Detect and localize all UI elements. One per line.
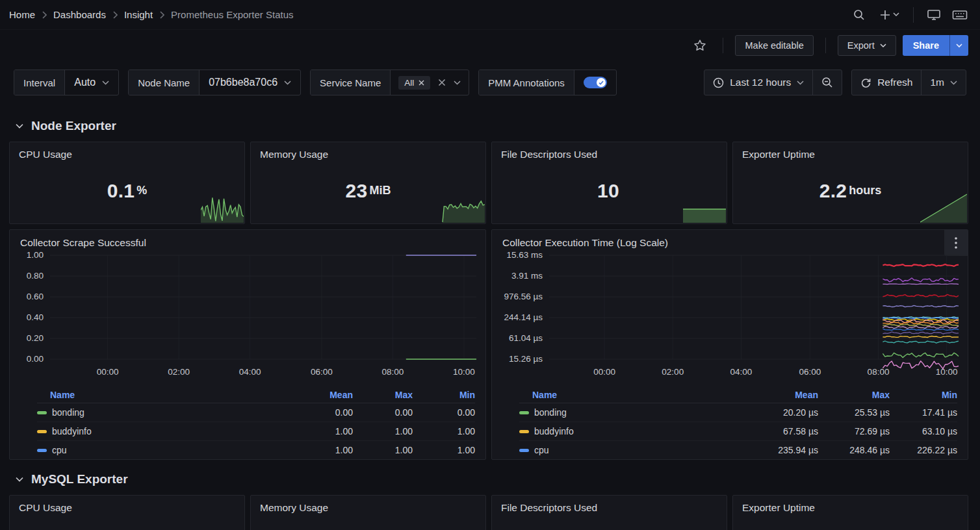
mysql-panel-file-descriptors-used[interactable]: File Descriptors Used	[491, 495, 727, 530]
node-name-select[interactable]: 07b6be8a70c6	[200, 70, 300, 95]
top-nav-actions	[848, 5, 971, 25]
chevron-down-icon	[880, 44, 886, 48]
breadcrumb-insight[interactable]: Insight	[124, 9, 153, 20]
panel-cpu-usage[interactable]: CPU Usage 0.1%	[9, 142, 245, 224]
legend-column-max[interactable]: Max	[353, 390, 413, 400]
close-icon[interactable]	[419, 80, 424, 86]
legend-column-name[interactable]: Name	[37, 390, 290, 400]
sparkline	[920, 193, 967, 223]
y-axis: 15.63 ms3.91 ms976.56 µs244.14 µs61.04 µ…	[492, 254, 549, 366]
chevron-down-icon	[102, 81, 109, 85]
breadcrumb: Home Dashboards Insight Prometheus Expor…	[9, 9, 294, 20]
mysql-panel-exporter-uptime[interactable]: Exporter Uptime	[732, 495, 968, 530]
legend-column-min[interactable]: Min	[413, 390, 475, 400]
legend-series-cpu[interactable]: cpu	[519, 445, 741, 455]
time-range-button[interactable]: Last 12 hours	[704, 70, 812, 95]
y-axis-tick-label: 976.56 µs	[504, 292, 543, 301]
legend-column-min[interactable]: Min	[890, 390, 957, 400]
refresh-button[interactable]: Refresh	[852, 70, 921, 95]
legend-series-cpu[interactable]: cpu	[37, 445, 290, 455]
panel-exporter-uptime[interactable]: Exporter Uptime 2.2hours	[732, 142, 968, 224]
legend-series-bonding[interactable]: bonding	[519, 407, 741, 418]
stat-number: 0.1	[107, 180, 135, 202]
panel-collector-scrape-successful: Collector Scrape Successful 1.000.800.60…	[9, 229, 486, 460]
legend-value: 25.53 µs	[818, 407, 890, 418]
y-axis-tick-label: 15.26 µs	[509, 354, 543, 364]
share-dropdown-button[interactable]	[949, 35, 968, 56]
series-color-swatch	[37, 430, 47, 433]
legend-series-buddyinfo[interactable]: buddyinfo	[37, 426, 290, 436]
breadcrumb-dashboards[interactable]: Dashboards	[53, 9, 106, 20]
pmm-annotations-toggle[interactable]	[584, 77, 607, 88]
clock-icon	[713, 77, 724, 88]
legend-column-mean[interactable]: Mean	[290, 390, 353, 400]
y-axis-tick-label: 0.60	[27, 292, 44, 301]
refresh-picker: Refresh 1m	[851, 69, 966, 95]
service-name-label: Service Name	[311, 70, 391, 95]
legend-value: 63.10 µs	[890, 426, 957, 436]
service-name-filter: Service Name All	[310, 69, 469, 95]
mysql-exporter-stat-row: CPU Usage Memory Usage File Descriptors …	[9, 495, 968, 530]
service-name-dropdown-button[interactable]	[454, 81, 461, 85]
legend-column-name[interactable]: Name	[519, 390, 741, 400]
legend-series-bonding[interactable]: bonding	[37, 407, 290, 418]
add-dropdown-button[interactable]	[874, 5, 904, 25]
chart-plot[interactable]	[549, 254, 959, 366]
legend-series-buddyinfo[interactable]: buddyinfo	[519, 426, 741, 436]
mysql-panel-memory-usage[interactable]: Memory Usage	[250, 495, 486, 530]
breadcrumb-home[interactable]: Home	[9, 9, 35, 20]
service-name-selected-pill[interactable]: All	[398, 76, 430, 90]
kiosk-mode-button[interactable]	[923, 5, 945, 25]
search-button[interactable]	[848, 5, 870, 25]
chevron-down-icon	[454, 81, 461, 85]
refresh-interval-select[interactable]: 1m	[922, 70, 966, 95]
zoom-out-icon	[821, 77, 833, 88]
legend-column-max[interactable]: Max	[818, 390, 890, 400]
legend-value: 1.00	[290, 445, 353, 455]
x-axis-tick-label: 04:00	[239, 367, 261, 377]
keyboard-shortcuts-button[interactable]	[949, 5, 971, 25]
section-mysql-exporter[interactable]: MySQL Exporter	[9, 464, 968, 495]
interval-value: Auto	[74, 77, 96, 88]
legend-column-mean[interactable]: Mean	[741, 390, 818, 400]
star-dashboard-button[interactable]	[689, 35, 711, 56]
panel-menu-button[interactable]	[944, 230, 968, 256]
legend-value: 248.46 µs	[818, 445, 890, 455]
panel-memory-usage[interactable]: Memory Usage 23MiB	[250, 142, 486, 224]
panel-file-descriptors-used[interactable]: File Descriptors Used 10	[491, 142, 727, 224]
zoom-out-time-button[interactable]	[813, 70, 842, 95]
node-name-value: 07b6be8a70c6	[209, 77, 277, 88]
top-nav-bar: Home Dashboards Insight Prometheus Expor…	[0, 0, 980, 30]
panel-title: Exporter Uptime	[733, 142, 968, 164]
pmm-annotations-label: PMM Annotations	[479, 70, 574, 95]
chart-plot[interactable]	[50, 254, 476, 366]
share-button[interactable]: Share	[903, 35, 949, 56]
share-split-button: Share	[903, 35, 968, 56]
node-exporter-stat-row: CPU Usage 0.1% Memory Usage 23MiB File D…	[9, 142, 968, 224]
export-button[interactable]: Export	[838, 35, 896, 56]
y-axis-tick-label: 0.80	[27, 271, 44, 281]
legend-row: bonding20.20 µs25.53 µs17.41 µs	[519, 403, 957, 422]
section-node-exporter[interactable]: Node Exporter	[9, 110, 968, 142]
x-axis-tick-label: 00:00	[97, 367, 119, 377]
make-editable-button[interactable]: Make editable	[735, 35, 813, 56]
x-axis-tick-label: 08:00	[868, 367, 890, 377]
series-color-swatch	[37, 449, 47, 452]
legend-row: cpu1.001.001.00	[37, 441, 475, 459]
interval-label: Interval	[14, 70, 65, 95]
divider	[913, 7, 914, 23]
panel-title: File Descriptors Used	[492, 496, 727, 518]
legend-row: buddyinfo67.58 µs72.69 µs63.10 µs	[519, 422, 957, 441]
panel-title: File Descriptors Used	[492, 142, 727, 164]
star-icon	[693, 39, 706, 52]
legend-row: cpu235.94 µs248.46 µs226.22 µs	[519, 441, 957, 459]
close-icon	[438, 79, 446, 86]
legend-value: 0.00	[413, 407, 475, 418]
y-axis: 1.000.800.600.400.200.00	[10, 254, 50, 366]
refresh-icon	[860, 77, 871, 88]
breadcrumb-current-page: Prometheus Exporter Status	[171, 9, 293, 20]
interval-select[interactable]: Auto	[65, 70, 118, 95]
mysql-panel-cpu-usage[interactable]: CPU Usage	[9, 495, 245, 530]
service-name-clear-button[interactable]	[438, 79, 446, 86]
y-axis-tick-label: 1.00	[27, 250, 44, 260]
